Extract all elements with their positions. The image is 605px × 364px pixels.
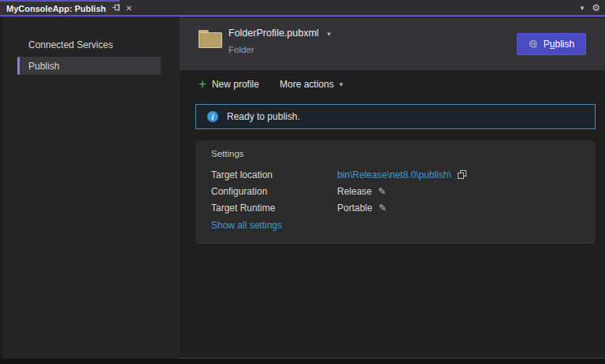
tab-myconsoleapp-publish[interactable]: MyConsoleApp: Publish ✕ <box>0 0 120 15</box>
profile-type-label: Folder <box>228 45 254 54</box>
app-window: MyConsoleApp: Publish ✕ ▾ ⚙ Connected Se… <box>0 0 605 364</box>
target-location-link[interactable]: bin\Release\net8.0\publish\ <box>337 169 451 180</box>
new-profile-button[interactable]: + New profile <box>199 79 259 91</box>
profile-name: FolderProfile.pubxml <box>228 28 319 39</box>
profile-selector[interactable]: FolderProfile.pubxml ▾ <box>228 28 331 39</box>
setting-row-target-runtime: Target Runtime Portable ✎ <box>211 202 387 214</box>
edit-pencil-icon[interactable]: ✎ <box>379 202 387 214</box>
status-banner: i Ready to publish. <box>195 104 596 129</box>
close-icon[interactable]: ✕ <box>126 5 132 13</box>
folder-icon <box>199 30 222 48</box>
sidebar-item-publish[interactable]: Publish <box>17 57 161 75</box>
publish-globe-icon <box>529 39 539 50</box>
more-actions-label: More actions <box>280 79 334 90</box>
setting-row-configuration: Configuration Release ✎ <box>211 185 386 198</box>
target-runtime-value: Portable <box>337 202 373 214</box>
setting-label: Configuration <box>211 186 337 197</box>
copy-icon[interactable] <box>458 170 467 180</box>
setting-row-target-location: Target location bin\Release\net8.0\publi… <box>211 169 467 181</box>
window-bottom-edge <box>0 358 605 364</box>
profile-actions: + New profile More actions ▾ <box>199 76 343 92</box>
settings-title: Settings <box>211 149 244 158</box>
info-icon: i <box>207 111 218 122</box>
publish-button[interactable]: Publish <box>517 33 586 55</box>
profile-header: FolderProfile.pubxml ▾ Folder Publish <box>180 18 605 70</box>
edit-pencil-icon[interactable]: ✎ <box>378 186 386 197</box>
pin-icon[interactable] <box>112 3 121 13</box>
sidebar-item-connected-services[interactable]: Connected Services <box>17 35 180 54</box>
plus-icon: + <box>199 77 206 91</box>
chevron-down-icon[interactable]: ▾ <box>581 4 585 12</box>
more-actions-button[interactable]: More actions ▾ <box>280 79 343 90</box>
sidebar-item-label: Connected Services <box>28 39 113 50</box>
setting-label: Target location <box>211 169 337 180</box>
settings-panel: Settings Target location bin\Release\net… <box>195 140 596 243</box>
show-all-settings-link[interactable]: Show all settings <box>211 220 282 231</box>
tab-bar: MyConsoleApp: Publish ✕ ▾ ⚙ <box>0 0 605 15</box>
setting-label: Target Runtime <box>211 202 337 214</box>
chevron-down-icon: ▾ <box>327 30 331 38</box>
gear-icon[interactable]: ⚙ <box>592 2 600 13</box>
publish-sidebar: Connected Services Publish <box>3 17 180 358</box>
new-profile-label: New profile <box>212 79 259 90</box>
status-message: Ready to publish. <box>227 111 300 122</box>
configuration-value: Release <box>337 186 372 197</box>
publish-document-pane: FolderProfile.pubxml ▾ Folder Publish + … <box>180 17 605 358</box>
publish-button-label: Publish <box>544 39 574 50</box>
tab-title: MyConsoleApp: Publish <box>6 4 106 13</box>
chevron-down-icon: ▾ <box>340 80 343 88</box>
sidebar-item-label: Publish <box>28 61 59 72</box>
